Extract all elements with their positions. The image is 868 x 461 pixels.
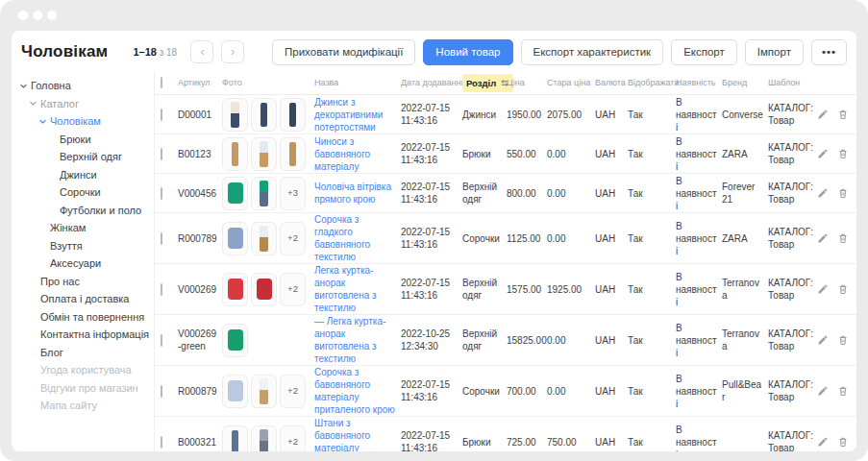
product-photo[interactable] <box>251 137 277 171</box>
export-button[interactable]: Експорт <box>671 39 737 65</box>
row-checkbox[interactable] <box>161 109 162 121</box>
more-photos-badge[interactable]: +3 <box>280 177 306 210</box>
product-photo[interactable] <box>280 137 306 171</box>
section-cell: Верхній одяг <box>462 277 507 302</box>
row-checkbox[interactable] <box>161 334 162 347</box>
template-cell: КАТАЛОГ: Товар <box>768 429 818 451</box>
delete-button[interactable] <box>837 187 849 200</box>
sidebar-item-label: Чоловікам <box>50 115 101 127</box>
sidebar-item[interactable]: Блог <box>12 344 154 362</box>
product-link[interactable]: Легка куртка-анорак виготовлена з тексти… <box>314 265 377 313</box>
sidebar-item[interactable]: Каталог <box>12 95 154 113</box>
edit-button[interactable] <box>817 385 829 398</box>
sidebar-item[interactable]: Про нас <box>12 273 154 291</box>
more-photos-badge[interactable]: +2 <box>280 425 306 452</box>
product-photo[interactable] <box>251 222 277 255</box>
table-row[interactable]: B000321+2Штани з бавовняного матеріалу п… <box>155 417 856 451</box>
table-row[interactable]: V000456+3Чоловіча вітрівка прямого крою2… <box>155 174 856 213</box>
sidebar-item[interactable]: Угода користувача <box>12 361 154 379</box>
row-checkbox[interactable] <box>161 385 162 398</box>
table-row[interactable]: V000269+2Легка куртка-анорак виготовлена… <box>155 264 856 315</box>
edit-button[interactable] <box>817 187 829 200</box>
row-checkbox[interactable] <box>161 283 162 296</box>
sidebar-item[interactable]: Мапа сайту <box>12 397 154 415</box>
edit-button[interactable] <box>817 148 829 160</box>
product-photo[interactable] <box>222 177 248 210</box>
delete-button[interactable] <box>837 148 849 160</box>
sidebar-item[interactable]: Верхній одяг <box>12 148 154 166</box>
sidebar-item[interactable]: Футболки и поло <box>12 202 154 220</box>
table-row[interactable]: R000789+2Сорочка з гладкого бавовняного … <box>155 213 856 264</box>
table-row[interactable]: B00123Чиноси з бавовняного матеріалу2022… <box>155 134 856 174</box>
chevron-placeholder <box>29 277 40 286</box>
delete-button[interactable] <box>837 283 849 296</box>
product-photo[interactable] <box>251 177 277 210</box>
table-row[interactable]: V000269-green— Легка куртка-анорак вигот… <box>155 315 856 366</box>
sidebar-item[interactable]: Обмін та повернення <box>12 308 154 327</box>
page-title: Чоловікам <box>21 42 108 61</box>
product-photo[interactable] <box>222 273 248 306</box>
more-actions-button[interactable]: ••• <box>811 39 847 65</box>
import-button[interactable]: Імпорт <box>745 39 804 65</box>
table-row[interactable]: D00001Джинси з декоративними потертостям… <box>155 95 856 134</box>
product-link[interactable]: Джинси з декоративними потертостями <box>314 97 383 133</box>
row-checkbox[interactable] <box>161 187 162 200</box>
delete-button[interactable] <box>837 385 849 398</box>
select-all-checkbox[interactable] <box>161 77 162 88</box>
row-checkbox[interactable] <box>161 436 162 449</box>
more-photos-badge[interactable]: +2 <box>280 222 306 255</box>
delete-button[interactable] <box>837 109 849 121</box>
product-link[interactable]: Штани з бавовняного матеріалу прямого кр… <box>314 418 375 451</box>
export-characteristics-button[interactable]: Експорт характеристик <box>521 39 664 65</box>
product-photo[interactable] <box>251 273 277 306</box>
edit-button[interactable] <box>817 283 829 296</box>
sidebar-item[interactable]: Взуття <box>12 237 154 255</box>
hide-modifications-button[interactable]: Приховати модифікації <box>272 39 415 65</box>
sidebar-item[interactable]: Відгуки про магазин <box>12 379 154 398</box>
product-photo[interactable] <box>251 425 277 452</box>
row-checkbox[interactable] <box>161 148 162 160</box>
product-link[interactable]: — Легка куртка-анорак виготовлена з текс… <box>314 316 385 364</box>
product-photo[interactable] <box>251 375 277 408</box>
product-photo[interactable] <box>222 222 248 255</box>
product-photo[interactable] <box>222 98 248 132</box>
sidebar-item[interactable]: Джинси <box>12 166 154 184</box>
product-link[interactable]: Сорочка з гладкого бавовняного текстилю <box>314 214 370 262</box>
product-photo[interactable] <box>222 324 248 357</box>
photo-cell: +2 <box>222 375 314 408</box>
product-photo[interactable] <box>280 98 306 132</box>
more-photos-badge[interactable]: +2 <box>280 273 306 306</box>
sidebar-item[interactable]: Аксесуари <box>12 255 154 273</box>
sidebar-item[interactable]: Сорочки <box>12 183 154 202</box>
row-checkbox[interactable] <box>161 232 162 245</box>
edit-button[interactable] <box>817 334 829 347</box>
delete-button[interactable] <box>837 232 849 245</box>
delete-button[interactable] <box>837 334 849 347</box>
name-cell: Сорочка з гладкого бавовняного текстилю <box>314 213 401 263</box>
sidebar-item[interactable]: Контактна інформація <box>12 326 154 344</box>
sidebar-item[interactable]: Оплата і доставка <box>12 290 154 308</box>
sidebar-item[interactable]: Жінкам <box>12 219 154 237</box>
edit-button[interactable] <box>817 232 829 245</box>
product-photo[interactable] <box>222 425 248 452</box>
garment-shape <box>260 429 268 452</box>
new-product-button[interactable]: Новий товар <box>423 39 512 65</box>
product-link[interactable]: Сорочка з бавовняного матеріалу притален… <box>314 367 395 415</box>
product-link[interactable]: Чиноси з бавовняного матеріалу <box>314 136 370 172</box>
more-photos-badge[interactable]: +2 <box>280 375 306 408</box>
sidebar-item[interactable]: Чоловікам <box>12 112 154 131</box>
delete-button[interactable] <box>837 436 849 449</box>
product-photo[interactable] <box>222 137 248 171</box>
product-photo[interactable] <box>222 375 248 408</box>
edit-button[interactable] <box>817 109 829 121</box>
product-photo[interactable] <box>251 98 277 132</box>
prev-page-button[interactable] <box>190 40 213 63</box>
edit-button[interactable] <box>817 436 829 449</box>
next-page-button[interactable] <box>221 40 244 63</box>
column-header-section[interactable]: Розділ <box>462 74 507 92</box>
sidebar-item[interactable]: Брюки <box>12 131 154 149</box>
sidebar-item[interactable]: Головна <box>12 77 154 95</box>
product-link[interactable]: Чоловіча вітрівка прямого крою <box>314 182 391 205</box>
old_price-cell: 750.00 <box>547 436 595 449</box>
table-row[interactable]: R000879+2Сорочка з бавовняного матеріалу… <box>155 366 856 417</box>
